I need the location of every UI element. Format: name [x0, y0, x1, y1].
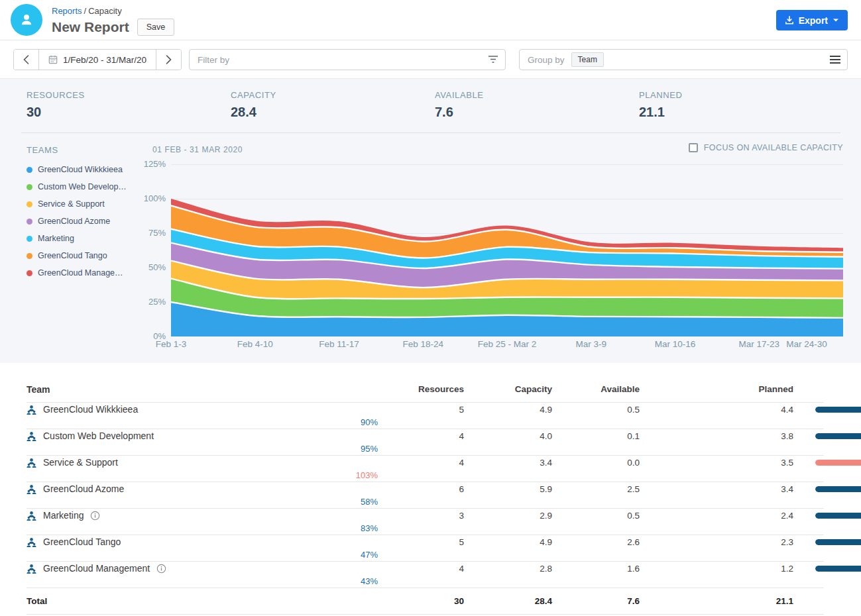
filter-icon[interactable]	[481, 56, 505, 64]
table-row[interactable]: GreenCloud Tango54.92.62.347%	[27, 535, 824, 562]
legend-label: GreenCloud Tango	[38, 251, 107, 260]
table-row[interactable]: GreenCloud Wikkkieea54.90.54.490%	[27, 403, 824, 429]
cell-planned: 3.4	[640, 484, 793, 494]
prev-period-button[interactable]	[14, 50, 38, 70]
total-capacity: 28.4	[464, 596, 552, 606]
cell-available: 2.6	[552, 537, 640, 547]
utilization-bar	[793, 486, 824, 492]
export-button[interactable]: Export	[776, 10, 848, 30]
col-header-team[interactable]: Team	[27, 384, 378, 395]
chevron-left-icon	[23, 55, 29, 64]
table-row[interactable]: GreenCloud Azome65.92.53.458%	[27, 482, 824, 509]
legend-dot-icon	[27, 167, 32, 173]
breadcrumb: Reports/Capacity	[52, 6, 122, 16]
y-axis-tick-label: 100%	[135, 193, 166, 203]
cell-capacity: 2.9	[464, 511, 552, 521]
y-axis-tick-label: 50%	[135, 262, 166, 272]
utilization-percent: 90%	[27, 417, 378, 427]
utilization-bar	[793, 513, 824, 519]
top-header: Reports/Capacity New Report Save Export	[0, 0, 861, 40]
cell-capacity: 2.8	[464, 564, 552, 574]
table-row[interactable]: GreenCloud Management42.81.61.243%	[27, 562, 824, 588]
cell-resources: 5	[378, 537, 464, 547]
col-header-resources[interactable]: Resources	[378, 384, 464, 394]
legend-title: TEAMS	[27, 145, 162, 155]
x-axis-tick-label: Feb 11-17	[300, 339, 379, 349]
group-by-chip[interactable]: Team	[571, 52, 604, 67]
group-by-control[interactable]: Group by Team	[519, 49, 848, 70]
cell-capacity: 3.4	[464, 458, 552, 468]
utilization-percent: 43%	[27, 576, 378, 586]
col-header-available[interactable]: Available	[552, 384, 640, 394]
utilization-percent: 83%	[27, 523, 378, 533]
legend-label: Service & Support	[38, 199, 105, 209]
legend-label: Marketing	[38, 234, 74, 243]
utilization-bar	[793, 407, 824, 413]
toolbar: 1/Feb/20 - 31/Mar/20 Group by Team	[0, 40, 861, 79]
utilization-percent: 103%	[27, 470, 378, 480]
next-period-button[interactable]	[156, 50, 181, 70]
checkbox[interactable]	[689, 143, 698, 152]
stacked-area-chart[interactable]	[171, 164, 843, 336]
stat-available: AVAILABLE7.6	[435, 90, 639, 120]
info-icon[interactable]	[90, 511, 100, 521]
x-axis-tick-label: Feb 1-3	[131, 339, 211, 349]
team-icon	[27, 405, 36, 415]
team-icon	[27, 511, 36, 521]
team-name: GreenCloud Tango	[43, 537, 121, 547]
calendar-icon	[48, 55, 58, 64]
menu-icon[interactable]	[830, 56, 840, 64]
capacity-table: Team Resources Capacity Available Planne…	[0, 363, 861, 616]
cell-resources: 4	[378, 431, 464, 441]
breadcrumb-reports-link[interactable]: Reports	[52, 6, 82, 16]
info-icon[interactable]	[156, 564, 166, 574]
utilization-percent: 95%	[27, 444, 378, 454]
utilization-percent: 47%	[27, 550, 378, 560]
save-button[interactable]: Save	[137, 19, 175, 36]
breadcrumb-separator: /	[84, 6, 87, 16]
utilization-bar	[793, 460, 824, 466]
cell-capacity: 4.9	[464, 537, 552, 547]
total-label: Total	[27, 596, 378, 606]
section-divider	[21, 132, 840, 133]
focus-available-capacity-toggle[interactable]: FOCUS ON AVAILABLE CAPACITY	[689, 143, 843, 152]
table-row[interactable]: Marketing32.90.52.483%	[27, 509, 824, 535]
chevron-right-icon	[166, 55, 172, 64]
table-row[interactable]: Custom Web Development44.00.13.895%	[27, 429, 824, 456]
breadcrumb-current: Capacity	[88, 6, 122, 16]
col-header-capacity[interactable]: Capacity	[464, 384, 552, 394]
filter-input[interactable]	[190, 55, 481, 65]
page-title: New Report	[52, 19, 129, 35]
legend-label: GreenCloud Wikkkieea	[38, 165, 123, 174]
team-name: GreenCloud Management	[43, 563, 150, 574]
chart-date-range-label: 01 FEB - 31 MAR 2020	[152, 145, 243, 154]
avatar[interactable]	[11, 4, 42, 36]
cell-resources: 4	[378, 564, 464, 574]
date-range-button[interactable]: 1/Feb/20 - 31/Mar/20	[38, 50, 156, 70]
caret-down-icon	[832, 18, 839, 23]
table-row[interactable]: Service & Support43.40.03.5103%	[27, 456, 824, 482]
team-name: GreenCloud Azome	[43, 484, 124, 494]
stat-planned: PLANNED21.1	[639, 90, 843, 120]
cell-capacity: 4.9	[464, 405, 552, 415]
export-label: Export	[799, 15, 828, 26]
team-name: Custom Web Development	[43, 431, 154, 441]
legend-dot-icon	[27, 253, 32, 259]
col-header-planned[interactable]: Planned	[640, 384, 793, 394]
total-available: 7.6	[552, 596, 640, 606]
cell-capacity: 5.9	[464, 484, 552, 494]
group-by-label: Group by	[528, 55, 565, 65]
legend-dot-icon	[27, 184, 32, 190]
utilization-percent: 58%	[27, 497, 378, 507]
cell-capacity: 4.0	[464, 431, 552, 441]
cell-available: 0.5	[552, 511, 640, 521]
x-axis-tick-label: Mar 3-9	[551, 339, 631, 349]
x-axis-tick-label: Feb 25 - Mar 2	[467, 339, 547, 349]
legend-label: GreenCloud Azome	[38, 217, 110, 226]
team-icon	[27, 458, 36, 468]
cell-resources: 6	[378, 484, 464, 494]
team-name: Marketing	[43, 510, 84, 521]
cell-resources: 3	[378, 511, 464, 521]
filter-control	[189, 49, 506, 70]
legend-dot-icon	[27, 236, 32, 242]
